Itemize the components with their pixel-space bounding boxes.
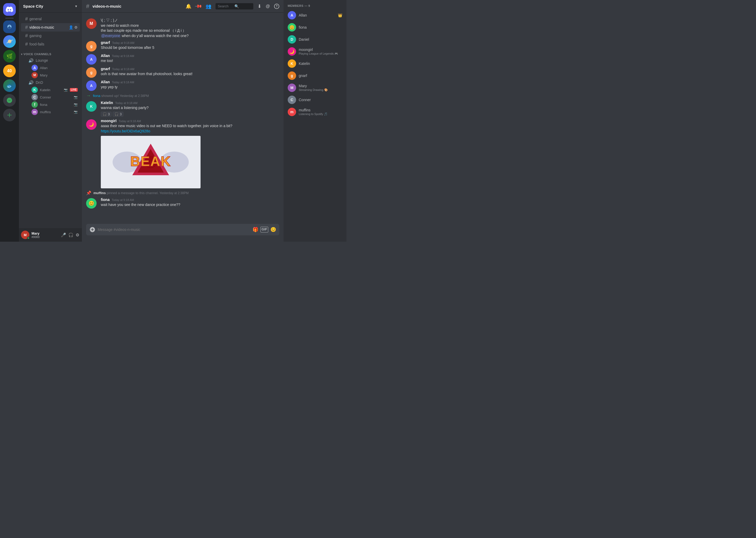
voice-channel-lounge[interactable]: 🔊 Lounge xyxy=(21,57,80,64)
add-server-icon[interactable] xyxy=(3,109,16,121)
members-icon[interactable]: 👥 xyxy=(206,3,211,9)
msg-author-gnarf[interactable]: gnarf xyxy=(101,40,110,45)
channel-label-food-fails: food-fails xyxy=(29,42,44,46)
member-name-wrap-allan: Allan 👑 xyxy=(299,13,342,17)
member-item-conner[interactable]: C Conner xyxy=(286,94,344,106)
msg-time-moongirl: Today at 9:18 AM xyxy=(118,120,141,123)
member-item-allan[interactable]: A Allan 👑 xyxy=(286,10,344,21)
user-info: Mary #0000 xyxy=(31,232,58,239)
server-icon-2[interactable]: 🌿 xyxy=(3,50,16,63)
member-name-daniel: Daniel xyxy=(299,37,342,41)
video-embed[interactable]: BEAK xyxy=(101,136,201,188)
add-file-button[interactable] xyxy=(89,227,96,233)
channel-label-general: general xyxy=(29,17,42,21)
sidebar: Space City ▼ # general # videos-n-music … xyxy=(19,0,82,242)
member-avatar-katelin: K xyxy=(288,59,296,68)
hash-icon: # xyxy=(25,33,28,39)
sidebar-item-food-fails[interactable]: # food-fails xyxy=(21,40,80,48)
msg-text-mary: \( ; ▽ ; )ノ we need to watch more the la… xyxy=(101,18,279,38)
msg-content-moongirl: moongirl Today at 9:18 AM aaaa their new… xyxy=(101,119,279,188)
bell-icon[interactable]: 🔔 xyxy=(186,3,191,9)
member-item-fiona[interactable]: 😊 fiona xyxy=(286,22,344,33)
channel-action-icons: 👤 ⚙ xyxy=(69,25,78,29)
hash-icon: # xyxy=(25,16,28,22)
voice-member-allan-avatar: A xyxy=(31,65,38,71)
msg-author-katelin[interactable]: Katelin xyxy=(101,101,113,105)
mute-mic-button[interactable]: 🎤 xyxy=(60,232,67,238)
voice-member-katelin[interactable]: K Katelin 📷 LIVE xyxy=(21,86,80,93)
member-name-muffins: muffins xyxy=(299,108,342,112)
member-item-moongirl[interactable]: 🌙 moongirl Playing League of Legends 🎮 xyxy=(286,46,344,57)
member-item-katelin[interactable]: K Katelin xyxy=(286,58,344,69)
member-avatar-muffins: m xyxy=(288,108,296,116)
message-input-field[interactable] xyxy=(98,228,251,232)
reaction-headphone-1[interactable]: 🎧 3 xyxy=(101,112,112,117)
members-sidebar: MEMBERS — 9 A Allan 👑 😊 fiona D Daniel xyxy=(283,0,347,242)
server-icon-planet[interactable]: 🪐 xyxy=(3,35,16,48)
msg-content-mary: \( ; ▽ ; )ノ we need to watch more the la… xyxy=(101,18,279,38)
system-time-fiona: Yesterday at 2:38PM xyxy=(120,94,149,98)
voice-member-fiona[interactable]: f fiona 📷 xyxy=(21,101,80,108)
help-icon[interactable]: ? xyxy=(274,4,279,9)
search-box[interactable]: Search 🔍 xyxy=(215,3,253,10)
member-status-moongirl: Playing League of Legends 🎮 xyxy=(299,52,342,55)
msg-content-gnarf-2: gnarf Today at 9:18 AM ooh is that new a… xyxy=(101,67,279,78)
msg-time-allan-1: Today at 9:18 AM xyxy=(112,54,134,58)
msg-avatar-allan: A xyxy=(86,54,97,65)
member-item-gnarf[interactable]: g gnarf xyxy=(286,70,344,81)
voice-member-conner[interactable]: C Conner 📷 xyxy=(21,93,80,101)
system-text-pin: muffins pinned a message to this channel… xyxy=(93,191,188,195)
voice-member-conner-name: Conner xyxy=(40,95,51,99)
sidebar-item-gaming[interactable]: # gaming xyxy=(21,31,80,40)
voice-channel-dnd[interactable]: 🔊 DnD xyxy=(21,79,80,86)
message-gnarf-1: g gnarf Today at 9:18 AM Should be good … xyxy=(82,39,283,53)
inbox-icon[interactable]: ⬇ xyxy=(258,3,261,9)
pin-icon[interactable]: 📌 xyxy=(195,2,203,10)
hash-icon: # xyxy=(25,41,28,47)
server-name-header[interactable]: Space City ▼ xyxy=(19,0,82,13)
member-status-muffins: Listening to Spotify 🎵 xyxy=(299,112,342,116)
emoji-button[interactable]: 😊 xyxy=(270,227,276,233)
voice-channels-header[interactable]: ▾ VOICE CHANNELS xyxy=(19,48,82,57)
user-settings-button[interactable]: ⚙ xyxy=(75,232,80,238)
voice-channel-lounge-label: Lounge xyxy=(36,58,48,63)
msg-header-gnarf-1: gnarf Today at 9:18 AM xyxy=(101,40,279,45)
at-icon[interactable]: @ xyxy=(266,4,270,9)
msg-author-gnarf-2[interactable]: gnarf xyxy=(101,67,110,71)
member-status-mary: Streaming Drawing 🎨 xyxy=(299,88,342,92)
member-item-mary[interactable]: M Mary Streaming Drawing 🎨 xyxy=(286,82,344,93)
server-icon-ship[interactable] xyxy=(3,21,16,33)
sidebar-item-videos-n-music[interactable]: # videos-n-music 👤 ⚙ xyxy=(21,23,80,31)
msg-content-allan-1: Allan Today at 9:18 AM me too! xyxy=(101,54,279,65)
sidebar-item-general[interactable]: # general xyxy=(21,15,80,23)
reaction-headphone-2[interactable]: 🎧 3 xyxy=(113,112,123,117)
explore-servers-icon[interactable] xyxy=(3,94,16,107)
discord-icon[interactable] xyxy=(3,3,16,16)
msg-author-fiona[interactable]: fiona xyxy=(101,197,110,202)
settings-icon[interactable]: ⚙ xyxy=(74,25,78,29)
system-actor-muffins[interactable]: muffins xyxy=(93,191,106,195)
system-actor-fiona[interactable]: fiona xyxy=(93,94,100,98)
member-item-daniel[interactable]: D Daniel xyxy=(286,34,344,45)
voice-member-muffins[interactable]: m muffins 📷 xyxy=(21,108,80,116)
msg-author-allan[interactable]: Allan xyxy=(101,54,110,58)
voice-member-mary[interactable]: M Mary xyxy=(21,72,80,79)
member-item-muffins[interactable]: m muffins Listening to Spotify 🎵 xyxy=(286,106,344,118)
message-input-box[interactable]: 🎁 GIF 😊 xyxy=(86,224,279,235)
youtube-link[interactable]: https://youtu.be/OiDx6aQ928o xyxy=(101,129,150,133)
member-avatar-mary: M xyxy=(288,83,296,92)
msg-time-gnarf-2: Today at 9:18 AM xyxy=(112,68,134,71)
beak-logo-svg: BEAK xyxy=(111,138,190,186)
deafen-button[interactable]: 🎧 xyxy=(68,232,74,238)
gif-button[interactable]: GIF xyxy=(260,227,268,233)
user-tag: #0000 xyxy=(31,235,58,239)
gift-icon[interactable]: 🎁 xyxy=(253,227,258,233)
server-icon-4[interactable]: 🐟 xyxy=(3,79,16,92)
server-icon-3[interactable]: 40 xyxy=(3,65,16,77)
voice-member-allan[interactable]: A Allan xyxy=(21,64,80,72)
voice-member-mary-avatar: M xyxy=(31,72,38,78)
msg-author-moongirl[interactable]: moongirl xyxy=(101,119,117,123)
msg-author-allan-2[interactable]: Allan xyxy=(101,80,110,84)
add-member-icon[interactable]: 👤 xyxy=(69,25,73,29)
chevron-down-icon: ▼ xyxy=(74,4,78,8)
